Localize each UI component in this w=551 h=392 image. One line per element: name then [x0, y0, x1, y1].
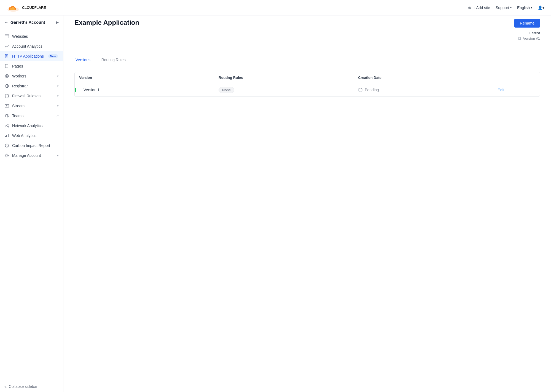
add-site-button[interactable]: ⊕ + Add site — [468, 6, 490, 10]
account-analytics-icon — [4, 44, 9, 49]
logo[interactable]: CLOUDFLARE — [7, 3, 46, 12]
new-badge: New — [48, 54, 58, 58]
language-label: English — [517, 6, 530, 10]
actions-cell: Edit — [493, 83, 540, 97]
svg-rect-14 — [5, 104, 9, 106]
sidebar-account[interactable]: ← Garrett's Account ▶ — [0, 15, 63, 29]
forward-arrow-icon[interactable]: ▶ — [56, 20, 59, 24]
svg-point-10 — [6, 76, 7, 77]
user-menu[interactable]: 👤▾ — [538, 6, 544, 10]
col-version: Version — [75, 72, 214, 83]
firewall-rulesets-label: Firewall Rulesets — [12, 94, 42, 98]
table-row: Version 1 None Pending Edit — [75, 83, 540, 97]
stream-label: Stream — [12, 104, 25, 106]
pages-label: Pages — [12, 64, 23, 68]
back-arrow-icon[interactable]: ← — [4, 20, 8, 25]
latest-version-value: Version #1 — [523, 36, 540, 41]
cloudflare-logo-icon — [7, 3, 20, 12]
tab-versions-label: Versions — [76, 58, 90, 62]
tabs: Versions Routing Rules — [74, 55, 540, 65]
tab-routing-rules[interactable]: Routing Rules — [100, 55, 131, 65]
svg-rect-8 — [5, 64, 8, 68]
sidebar-item-registrar[interactable]: Registrar ▾ — [0, 81, 63, 91]
sidebar-item-firewall-rulesets[interactable]: Firewall Rulesets ▾ — [0, 91, 63, 101]
versions-table-container: Version Routing Rules Creation Date Vers… — [74, 72, 540, 97]
stream-chevron-icon: ▾ — [57, 104, 59, 106]
workers-icon — [4, 74, 9, 79]
page-header: Example Application Rename Latest 🗒 Vers… — [74, 19, 540, 47]
registrar-label: Registrar — [12, 84, 28, 88]
version-name: Version 1 — [79, 88, 104, 92]
svg-rect-1 — [5, 35, 9, 38]
pending-spinner — [358, 88, 362, 92]
sidebar-item-http-applications[interactable]: HTTP Applications New — [0, 51, 63, 61]
websites-icon — [4, 34, 9, 39]
pending-label: Pending — [365, 88, 379, 92]
support-label: Support — [496, 6, 509, 10]
firewall-rulesets-chevron-icon: ▾ — [57, 94, 59, 98]
latest-section: Latest 🗒 Version #1 — [518, 31, 540, 41]
language-chevron-icon: ▾ — [531, 6, 532, 9]
routing-rules-badge: None — [219, 87, 234, 93]
registrar-chevron-icon: ▾ — [57, 84, 59, 88]
http-applications-label: HTTP Applications — [12, 54, 44, 58]
tab-versions[interactable]: Versions — [74, 55, 96, 65]
creation-date-cell: Pending — [354, 83, 493, 97]
col-routing-rules: Routing Rules — [214, 72, 354, 83]
svg-point-9 — [5, 74, 9, 78]
col-creation-date: Creation Date — [354, 72, 493, 83]
firewall-rulesets-icon — [4, 93, 9, 98]
support-menu[interactable]: Support ▾ — [496, 6, 512, 10]
latest-version: 🗒 Version #1 — [518, 36, 540, 41]
account-name: Garrett's Account — [10, 20, 45, 25]
sidebar-item-pages[interactable]: Pages — [0, 61, 63, 71]
versions-table: Version Routing Rules Creation Date Vers… — [75, 72, 540, 96]
latest-label: Latest — [518, 31, 540, 35]
main-content: ← Applications Example Application Renam… — [63, 0, 551, 106]
sidebar-item-stream[interactable]: Stream ▾ — [0, 101, 63, 106]
workers-chevron-icon: ▾ — [57, 74, 59, 78]
logo-text: CLOUDFLARE — [22, 6, 46, 10]
rename-button[interactable]: Rename — [514, 19, 540, 28]
sidebar-item-websites[interactable]: Websites — [0, 31, 63, 41]
add-site-label: + Add site — [473, 6, 490, 10]
support-chevron-icon: ▾ — [510, 6, 512, 9]
sidebar-item-workers[interactable]: Workers ▾ — [0, 71, 63, 81]
websites-label: Websites — [12, 34, 28, 39]
plus-icon: ⊕ — [468, 6, 471, 10]
topnav-right: ⊕ + Add site Support ▾ English ▾ 👤▾ — [468, 6, 544, 10]
routing-rules-cell: None — [214, 83, 354, 97]
http-applications-icon — [4, 54, 9, 59]
document-icon: 🗒 — [518, 36, 522, 41]
account-analytics-label: Account Analytics — [12, 44, 42, 49]
tab-routing-rules-label: Routing Rules — [101, 58, 126, 62]
user-icon: 👤▾ — [538, 6, 544, 10]
sidebar-nav: Websites Account Analytics HTTP Applicat… — [0, 29, 63, 106]
language-menu[interactable]: English ▾ — [517, 6, 532, 10]
registrar-icon — [4, 84, 9, 88]
sidebar-item-account-analytics[interactable]: Account Analytics — [0, 41, 63, 51]
page-title: Example Application — [74, 19, 139, 26]
version-active-indicator — [75, 88, 76, 92]
topnav: CLOUDFLARE ⊕ + Add site Support ▾ Englis… — [0, 0, 551, 15]
workers-label: Workers — [12, 74, 26, 78]
sidebar: ← Garrett's Account ▶ Websites Account A… — [0, 15, 63, 106]
pages-icon — [4, 64, 9, 69]
svg-marker-15 — [6, 105, 8, 106]
col-actions — [493, 72, 540, 83]
edit-button[interactable]: Edit — [498, 88, 504, 92]
stream-icon — [4, 103, 9, 106]
